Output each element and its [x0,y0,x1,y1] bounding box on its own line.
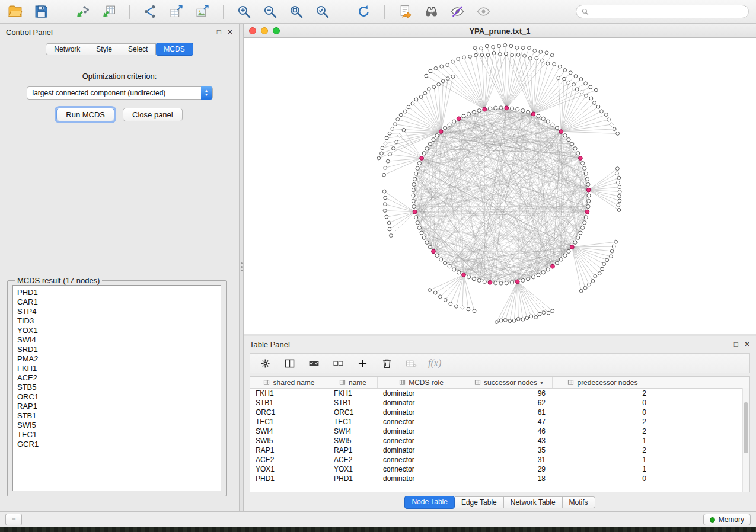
hub-node[interactable] [457,117,461,121]
leaf-node[interactable] [600,110,604,113]
leaf-node[interactable] [596,105,600,108]
hub-node[interactable] [579,156,583,161]
leaf-node[interactable] [384,203,387,206]
leaf-node[interactable] [529,315,533,318]
leaf-node[interactable] [558,65,562,68]
ring-node[interactable] [499,281,503,285]
leaf-node[interactable] [451,75,455,78]
leaf-node[interactable] [434,66,438,70]
result-list-item[interactable]: STB1 [17,411,221,421]
leaf-node[interactable] [486,53,490,57]
table-row[interactable]: FKH1FKH1dominator962 [250,389,749,398]
float-panel-icon[interactable]: □ [217,28,221,36]
function-builder-icon[interactable]: f(x) [428,358,441,368]
hub-node[interactable] [586,188,591,192]
leaf-node[interactable] [503,318,507,322]
ring-node[interactable] [546,268,550,271]
dropdown-stepper-icon[interactable]: ▲ ▼ [201,86,212,100]
ring-node[interactable] [576,152,580,155]
leaf-node[interactable] [567,81,570,84]
leaf-node[interactable] [437,82,441,86]
ring-node[interactable] [448,265,451,268]
leaf-node[interactable] [438,295,442,299]
result-list-item[interactable]: PMA2 [17,354,221,364]
ring-node[interactable] [488,107,492,110]
ring-node[interactable] [579,231,582,235]
leaf-node[interactable] [380,152,384,155]
result-list-item[interactable]: STB5 [17,383,221,392]
ring-node[interactable] [531,275,535,279]
leaf-node[interactable] [429,69,432,73]
ring-node[interactable] [472,277,476,281]
leaf-node[interactable] [594,275,597,278]
ring-node[interactable] [477,109,481,113]
leaf-node[interactable] [579,78,583,81]
toggle-table-mode-icon[interactable] [404,356,418,370]
ring-node[interactable] [563,134,567,137]
leaf-node[interactable] [382,190,386,193]
close-table-panel-icon[interactable]: ✕ [744,341,750,348]
ring-node[interactable] [527,277,530,281]
leaf-node[interactable] [503,43,507,47]
leaf-node[interactable] [604,113,608,117]
ring-node[interactable] [444,126,447,130]
ring-node[interactable] [587,194,591,197]
ring-node[interactable] [521,109,525,113]
leaf-node[interactable] [575,88,579,91]
minimize-window-icon[interactable] [261,27,268,34]
ring-node[interactable] [422,236,426,239]
leaf-node[interactable] [579,289,583,293]
leaf-node[interactable] [457,57,460,61]
leaf-node[interactable] [428,289,432,292]
leaf-node[interactable] [583,286,587,290]
leaf-node[interactable] [553,62,556,66]
leaf-node[interactable] [551,309,554,313]
ring-node[interactable] [546,120,550,123]
leaf-node[interactable] [617,204,620,207]
tab-edge-table[interactable]: Edge Table [455,496,504,508]
leaf-node[interactable] [589,85,592,89]
leaf-node[interactable] [602,262,606,266]
leaf-node[interactable] [446,77,449,81]
search-input[interactable] [592,7,743,17]
ring-node[interactable] [573,147,577,150]
leaf-node[interactable] [461,306,464,309]
leaf-node[interactable] [550,53,554,57]
leaf-node[interactable] [617,176,621,180]
leaf-node[interactable] [618,194,621,198]
memory-button[interactable]: Memory [703,514,751,525]
leaf-node[interactable] [617,209,621,212]
ring-node[interactable] [483,280,486,283]
table-row[interactable]: PHD1PHD1dominator180 [250,474,749,483]
leaf-node[interactable] [480,47,483,50]
ring-node[interactable] [414,172,418,175]
leaf-node[interactable] [474,53,478,57]
leaf-node[interactable] [601,267,604,271]
ring-node[interactable] [581,161,585,165]
table-row[interactable]: SWI5SWI5connector431 [250,436,749,446]
ring-node[interactable] [555,126,559,130]
ring-node[interactable] [527,110,530,114]
ring-node[interactable] [584,172,588,175]
ring-node[interactable] [412,199,415,203]
leaf-node[interactable] [521,318,525,321]
leaf-node[interactable] [512,319,516,322]
leaf-node[interactable] [525,316,529,320]
network-canvas[interactable] [244,38,756,334]
ring-node[interactable] [467,275,470,279]
leaf-node[interactable] [473,46,477,50]
leaf-node[interactable] [392,146,395,150]
ring-node[interactable] [586,204,590,208]
ring-node[interactable] [412,188,415,192]
leaf-node[interactable] [497,44,501,48]
result-list-item[interactable]: PHD1 [17,288,221,297]
leaf-node[interactable] [485,44,489,48]
result-list-item[interactable]: SRD1 [17,345,221,354]
leaf-node[interactable] [617,181,620,184]
leaf-node[interactable] [432,85,436,89]
ring-node[interactable] [587,199,591,203]
menu-icon[interactable]: ≡ [5,514,22,525]
ring-node[interactable] [576,236,580,239]
leaf-node[interactable] [612,245,615,248]
leaf-node[interactable] [381,146,384,150]
